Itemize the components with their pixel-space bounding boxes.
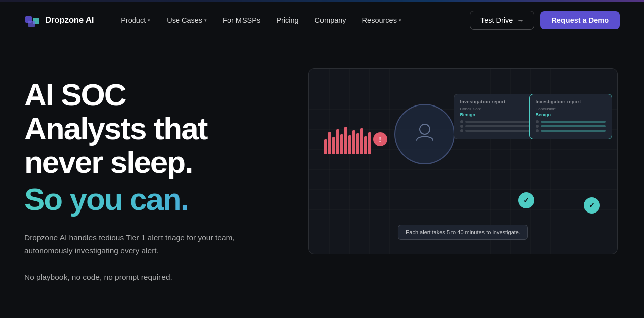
svg-point-3 xyxy=(420,124,430,134)
alert-bars-area: ! xyxy=(324,124,387,154)
nav-link-pricing[interactable]: Pricing xyxy=(269,12,305,28)
hero-headline-gradient: So you can. xyxy=(24,181,286,217)
investigation-card-1: Investigation report Conclusion: Benign xyxy=(454,94,537,139)
alert-bar xyxy=(340,134,343,154)
finding-row xyxy=(536,120,606,123)
alert-bar xyxy=(344,127,347,154)
finding-dot xyxy=(460,120,463,123)
chevron-down-icon: ▾ xyxy=(148,18,150,23)
navbar: Dropzone AI Product ▾ Use Cases ▾ For MS… xyxy=(0,2,644,38)
hero-description-2: No playbook, no code, no prompt required… xyxy=(24,271,246,284)
request-demo-button[interactable]: Request a Demo xyxy=(540,11,620,29)
finding-row xyxy=(536,129,606,132)
finding-row xyxy=(460,129,530,132)
person-icon xyxy=(413,120,437,149)
investigation-card-2: Investigation report Conclusion: Benign xyxy=(529,94,612,139)
logo-icon xyxy=(24,12,40,28)
alert-bar xyxy=(328,132,331,154)
finding-dot xyxy=(460,129,463,132)
logo-text: Dropzone AI xyxy=(45,15,94,25)
check-circle-2: ✓ xyxy=(584,197,600,214)
alert-bar xyxy=(332,137,335,154)
inv-card-1-conclusion-value: Benign xyxy=(460,112,530,117)
alert-bar xyxy=(348,135,351,154)
finding-dot xyxy=(536,129,539,132)
finding-row xyxy=(460,125,530,128)
nav-link-product[interactable]: Product ▾ xyxy=(114,12,157,28)
alert-bar xyxy=(364,136,367,154)
chevron-down-icon: ▾ xyxy=(204,18,207,23)
inv-card-1-conclusion-label: Conclusion: xyxy=(460,107,530,111)
inv-card-2-conclusion-label: Conclusion: xyxy=(536,107,606,111)
finding-dot xyxy=(460,125,463,128)
alert-warning-icon: ! xyxy=(373,132,387,146)
finding-row xyxy=(536,125,606,128)
alert-bars xyxy=(324,124,371,154)
nav-left: Dropzone AI Product ▾ Use Cases ▾ For MS… xyxy=(24,12,409,28)
test-drive-button[interactable]: Test Drive → xyxy=(470,11,534,30)
alert-bar xyxy=(368,132,371,154)
avatar-circle xyxy=(394,104,455,164)
alert-bar xyxy=(324,139,327,154)
finding-bar-green xyxy=(541,125,606,127)
hero-section: AI SOC Analysts that never sleep. So you… xyxy=(0,38,644,318)
viz-tooltip: Each alert takes 5 to 40 minutes to inve… xyxy=(398,225,528,240)
finding-dot xyxy=(536,125,539,128)
chevron-down-icon: ▾ xyxy=(399,18,401,23)
finding-bar xyxy=(465,121,530,123)
nav-links: Product ▾ Use Cases ▾ For MSSPs Pricing … xyxy=(114,12,409,28)
hero-text: AI SOC Analysts that never sleep. So you… xyxy=(24,68,286,284)
nav-link-use-cases[interactable]: Use Cases ▾ xyxy=(159,12,214,28)
logo-link[interactable]: Dropzone AI xyxy=(24,12,94,28)
check-circle-1: ✓ xyxy=(518,192,534,208)
finding-bar xyxy=(465,125,530,127)
inv-card-1-title: Investigation report xyxy=(460,99,530,104)
alert-bar xyxy=(360,128,363,154)
alert-bar xyxy=(352,130,355,154)
inv-card-2-title: Investigation report xyxy=(536,99,606,104)
finding-bar xyxy=(465,130,530,132)
finding-bar-green xyxy=(541,130,606,132)
alert-bar xyxy=(336,129,339,154)
nav-link-for-mssps[interactable]: For MSSPs xyxy=(216,12,267,28)
hero-description-1: Dropzone AI handles tedious Tier 1 alert… xyxy=(24,231,246,257)
svg-rect-2 xyxy=(28,21,35,27)
finding-row xyxy=(460,120,530,123)
viz-container: ! Investigation report Conclusion: Benig… xyxy=(308,68,618,254)
finding-bar-green xyxy=(541,121,606,123)
alert-bar xyxy=(356,133,359,154)
nav-right: Test Drive → Request a Demo xyxy=(470,11,620,30)
hero-headline: AI SOC Analysts that never sleep. xyxy=(24,78,286,179)
nav-link-resources[interactable]: Resources ▾ xyxy=(355,12,409,28)
finding-dot xyxy=(536,120,539,123)
inv-card-2-conclusion-value: Benign xyxy=(536,112,606,117)
arrow-right-icon: → xyxy=(517,16,524,24)
nav-link-company[interactable]: Company xyxy=(308,12,353,28)
hero-visualization: ! Investigation report Conclusion: Benig… xyxy=(306,68,620,254)
